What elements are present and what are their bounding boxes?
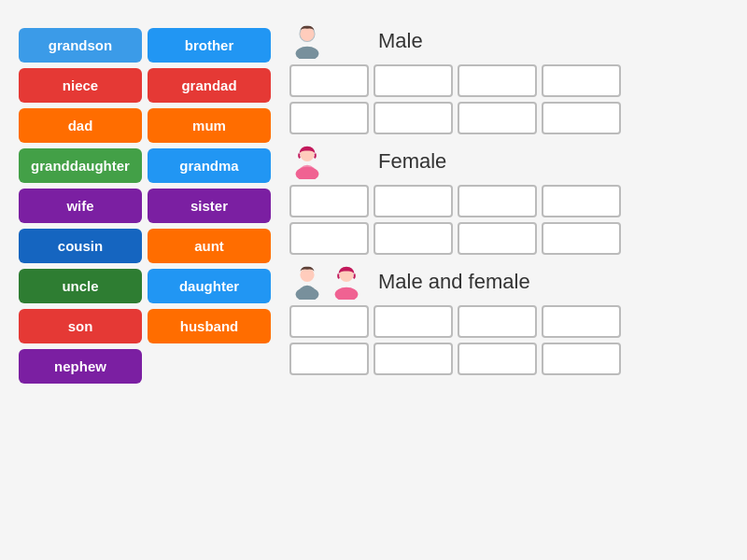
drop-cell[interactable] — [374, 343, 453, 375]
drop-cell[interactable] — [289, 222, 369, 255]
male-section: Male — [289, 23, 728, 134]
drop-cell[interactable] — [289, 305, 369, 338]
female-label: Female — [378, 149, 446, 174]
word-tile-grandson[interactable]: grandson — [19, 28, 142, 63]
word-tile-dad[interactable]: dad — [19, 108, 142, 143]
svg-point-8 — [300, 268, 314, 282]
male-female-drop-rows — [289, 305, 728, 375]
word-tile-brother[interactable]: brother — [148, 28, 271, 63]
svg-point-1 — [296, 47, 319, 59]
male-female-avatar-male-icon — [289, 264, 325, 300]
word-tile-nephew[interactable]: nephew — [19, 349, 142, 384]
word-tile-grandma[interactable]: grandma — [148, 148, 271, 183]
drop-cell[interactable] — [374, 305, 453, 338]
word-tile-uncle[interactable]: uncle — [19, 269, 142, 303]
svg-point-2 — [300, 27, 314, 41]
drop-cell[interactable] — [542, 343, 621, 375]
male-female-row-1 — [289, 305, 728, 338]
word-tile-aunt[interactable]: aunt — [148, 229, 271, 263]
drop-cell[interactable] — [542, 222, 621, 255]
drop-cell[interactable] — [289, 102, 369, 134]
male-female-row-2 — [289, 343, 728, 375]
word-tile-grandad[interactable]: grandad — [148, 68, 271, 103]
male-row-1 — [289, 64, 728, 97]
female-drop-rows — [289, 185, 728, 255]
male-avatar-icon — [289, 23, 325, 59]
drop-cell[interactable] — [458, 185, 537, 217]
word-tile-cousin[interactable]: cousin — [19, 229, 142, 263]
right-panel: Male — [289, 19, 728, 375]
drop-cell[interactable] — [542, 305, 621, 338]
word-tile-husband[interactable]: husband — [148, 309, 271, 343]
male-female-header: Male and female — [289, 264, 728, 300]
female-row-2 — [289, 222, 728, 255]
drop-cell[interactable] — [374, 64, 453, 97]
svg-point-4 — [296, 167, 319, 179]
drop-cell[interactable] — [542, 64, 621, 97]
drop-cell[interactable] — [458, 343, 537, 375]
male-female-avatar-area — [289, 264, 364, 300]
word-tile-niece[interactable]: niece — [19, 68, 142, 103]
male-female-section: Male and female — [289, 264, 728, 375]
drop-cell[interactable] — [542, 185, 621, 217]
male-row-2 — [289, 102, 728, 134]
drop-cell[interactable] — [374, 185, 453, 217]
female-row-1 — [289, 185, 728, 217]
male-avatar-area — [289, 23, 364, 59]
word-tile-sister[interactable]: sister — [148, 189, 271, 223]
drop-cell[interactable] — [374, 222, 453, 255]
female-avatar-icon — [289, 144, 325, 179]
drop-cell[interactable] — [542, 102, 621, 134]
male-header: Male — [289, 23, 728, 59]
female-section: Female — [289, 144, 728, 255]
drop-cell[interactable] — [458, 222, 537, 255]
word-tile-granddaughter[interactable]: granddaughter — [19, 148, 142, 183]
drop-cell[interactable] — [289, 64, 369, 97]
male-drop-rows — [289, 64, 728, 134]
male-female-label: Male and female — [378, 270, 530, 294]
word-tile-son[interactable]: son — [19, 309, 142, 343]
drop-cell[interactable] — [374, 102, 453, 134]
male-female-avatar-female-icon — [329, 264, 364, 300]
svg-point-7 — [296, 287, 319, 300]
drop-cell[interactable] — [289, 343, 369, 375]
word-bank: grandsonbrotherniecegrandaddadmumgrandda… — [19, 19, 271, 384]
male-label: Male — [378, 29, 423, 53]
drop-cell[interactable] — [289, 185, 369, 217]
drop-cell[interactable] — [458, 64, 537, 97]
word-tile-daughter[interactable]: daughter — [148, 269, 271, 303]
drop-cell[interactable] — [458, 102, 537, 134]
drop-cell[interactable] — [458, 305, 537, 338]
svg-point-9 — [335, 287, 359, 300]
word-tile-mum[interactable]: mum — [148, 108, 271, 143]
female-header: Female — [289, 144, 728, 179]
female-avatar-area — [289, 144, 364, 179]
word-tile-wife[interactable]: wife — [19, 189, 142, 223]
